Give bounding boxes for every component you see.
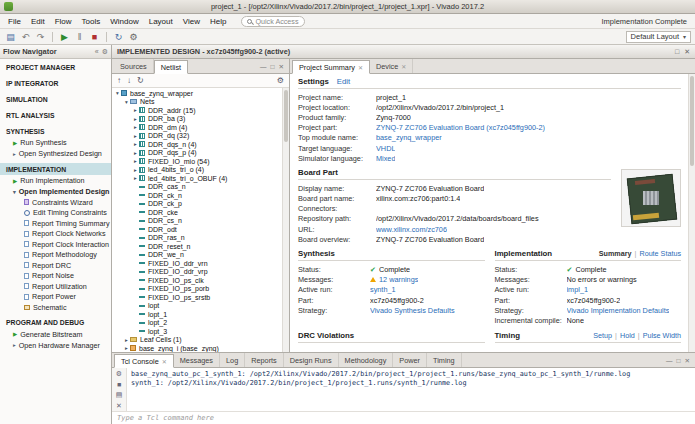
flownav-simulation[interactable]: SIMULATION — [0, 93, 111, 105]
tab-reports[interactable]: Reports — [245, 353, 284, 367]
expand-icon[interactable]: ▸ — [132, 150, 139, 156]
tree-lopt[interactable]: lopt — [112, 302, 282, 311]
field-value[interactable]: Vivado Implementation Defaults — [567, 306, 670, 315]
menu-view[interactable]: View — [178, 17, 205, 26]
expand-icon[interactable]: ▸ — [132, 124, 139, 130]
tree-leaf-cells-1[interactable]: ▸Leaf Cells (1) — [112, 336, 282, 345]
tab-device[interactable]: Device✕ — [370, 59, 413, 73]
flownav-ip-integrator[interactable]: IP INTEGRATOR — [0, 77, 111, 89]
tab-project-summary[interactable]: Project Summary✕ — [292, 60, 370, 74]
refresh-icon[interactable]: ↻ — [112, 30, 125, 43]
layout-dropdown[interactable]: Default Layout ▾ — [626, 31, 691, 43]
flownav-report-clock-interaction[interactable]: Report Clock Interaction — [0, 239, 111, 250]
tab-power[interactable]: Power — [393, 353, 427, 367]
tab-tcl-console[interactable]: Tcl Console✕ — [114, 354, 174, 368]
netlist-scrollbar[interactable] — [282, 88, 289, 352]
settings-edit-link[interactable]: Edit — [337, 77, 350, 86]
link-summary[interactable]: Summary — [599, 249, 632, 258]
quick-access-box[interactable]: Quick Access — [241, 16, 304, 27]
refresh-tree-icon[interactable]: ↻ — [137, 76, 144, 85]
scrollbar-thumb[interactable] — [284, 90, 288, 142]
tab-netlist[interactable]: Netlist — [154, 60, 188, 74]
field-value[interactable]: 12 warnings — [379, 275, 418, 284]
field-value[interactable]: VHDL — [376, 144, 395, 153]
tree-lopt-2[interactable]: lopt_2 — [112, 319, 282, 328]
expand-all-icon[interactable]: ↓ — [127, 76, 131, 85]
tab-close-icon[interactable]: ✕ — [401, 63, 406, 70]
console-settings-icon[interactable]: ⚙ — [116, 370, 122, 378]
console-output[interactable]: base_zynq_auto_pc_1_synth_1: /opt2/Xilin… — [127, 368, 695, 411]
tree-ddr-addr-15[interactable]: ▸DDR_addr (15) — [112, 106, 282, 115]
flownav-open-implemented-design[interactable]: ▾Open Implemented Design — [0, 186, 111, 197]
field-value[interactable]: base_zynq_wrapper — [376, 133, 442, 142]
expand-icon[interactable]: ▸ — [132, 175, 139, 181]
expand-icon[interactable]: ▸ — [132, 107, 139, 113]
tree-ddr-dm-4[interactable]: ▸DDR_dm (4) — [112, 123, 282, 132]
tab-log[interactable]: Log — [220, 353, 245, 367]
flownav-report-utilization[interactable]: Report Utilization — [0, 281, 111, 292]
tree-base-zynq-wrapper[interactable]: ▾base_zynq_wrapper — [112, 89, 282, 98]
expand-icon[interactable]: ▸ — [123, 337, 130, 343]
collapse-icon[interactable]: ▾ — [114, 90, 121, 96]
flownav-report-noise[interactable]: Report Noise — [0, 271, 111, 282]
tcl-input[interactable]: Type a Tcl command here — [112, 411, 695, 424]
flownav-report-power[interactable]: Report Power — [0, 292, 111, 303]
link-pulse-width[interactable]: Pulse Width — [643, 331, 681, 340]
field-value[interactable]: www.xilinx.com/zc706 — [376, 225, 447, 234]
flownav-schematic[interactable]: Schematic — [0, 302, 111, 313]
navigator-settings-icon[interactable]: ⚙ — [102, 48, 108, 56]
menu-window[interactable]: Window — [105, 17, 143, 26]
float-icon[interactable]: □ — [675, 48, 679, 56]
tab-design-runs[interactable]: Design Runs — [284, 353, 339, 367]
collapse-all-icon[interactable]: ↑ — [117, 76, 121, 85]
tree-fixed-io-ddr-vrn[interactable]: FIXED_IO_ddr_vrn — [112, 259, 282, 268]
save-icon[interactable]: ▤ — [4, 30, 17, 43]
settings-icon[interactable]: ⚙ — [127, 30, 140, 43]
flownav-report-drc[interactable]: Report DRC — [0, 260, 111, 271]
field-value[interactable]: synth_1 — [370, 285, 396, 294]
tree-fixed-io-ps-clk[interactable]: FIXED_IO_ps_clk — [112, 276, 282, 285]
flownav-constraints-wizard[interactable]: Constraints Wizard — [0, 197, 111, 208]
flownav-report-timing-summary[interactable]: Report Timing Summary — [0, 218, 111, 229]
console-stop-icon[interactable]: ■ — [117, 381, 121, 388]
menu-layout[interactable]: Layout — [144, 17, 178, 26]
console-clear-icon[interactable]: ✕ — [116, 402, 122, 410]
redo-icon[interactable]: ↷ — [34, 30, 47, 43]
tree-ddr-reset-n[interactable]: DDR_reset_n — [112, 242, 282, 251]
tree-ddr-ras-n[interactable]: DDR_ras_n — [112, 234, 282, 243]
tree-lopt-3[interactable]: lopt_3 — [112, 327, 282, 336]
tree-ddr-ba-3[interactable]: ▸DDR_ba (3) — [112, 115, 282, 124]
flownav-run-synthesis[interactable]: ▶Run Synthesis — [0, 137, 111, 148]
float-icon[interactable]: □ — [677, 357, 681, 364]
flownav-edit-timing-constraints[interactable]: Edit Timing Constraints — [0, 208, 111, 219]
close-icon[interactable]: ✕ — [685, 357, 690, 365]
flownav-open-hardware-manager[interactable]: ▸Open Hardware Manager — [0, 340, 111, 351]
close-icon[interactable]: ✕ — [684, 48, 690, 56]
collapse-navigator-icon[interactable]: « — [95, 48, 99, 56]
tree-ddr-dqs-p-4[interactable]: ▸DDR_dqs_p (4) — [112, 149, 282, 158]
tree-led-4bits-tri-o-4[interactable]: ▸led_4bits_tri_o (4) — [112, 166, 282, 175]
tab-messages[interactable]: Messages — [174, 353, 220, 367]
expand-icon[interactable]: ▸ — [132, 133, 139, 139]
expand-icon[interactable]: ▸ — [132, 116, 139, 122]
menu-tools[interactable]: Tools — [77, 17, 106, 26]
link-route-status[interactable]: Route Status — [639, 249, 681, 258]
tree-ddr-cke[interactable]: DDR_cke — [112, 208, 282, 217]
tree-ddr-cs-n[interactable]: DDR_cs_n — [112, 217, 282, 226]
flownav-synthesis[interactable]: SYNTHESIS — [0, 125, 111, 137]
tab-close-icon[interactable]: ✕ — [162, 358, 167, 365]
tree-base-zynq-i-base-zynq[interactable]: ▸base_zynq_i (base_zynq) — [112, 344, 282, 352]
field-value[interactable]: Vivado Synthesis Defaults — [370, 306, 455, 315]
flownav-implementation[interactable]: IMPLEMENTATION — [0, 163, 111, 175]
console-copy-icon[interactable]: ▤ — [116, 391, 123, 399]
field-value[interactable]: Mixed — [376, 154, 395, 163]
flownav-project-manager[interactable]: PROJECT MANAGER — [0, 61, 111, 73]
tab-methodology[interactable]: Methodology — [339, 353, 394, 367]
undo-icon[interactable]: ↶ — [19, 30, 32, 43]
tree-settings-gear-icon[interactable]: ⚙ — [277, 76, 284, 85]
flownav-generate-bitstream[interactable]: ▶Generate Bitstream — [0, 329, 111, 340]
tree-fixed-io-ps-porb[interactable]: FIXED_IO_ps_porb — [112, 285, 282, 294]
tree-fixed-io-ddr-vrp[interactable]: FIXED_IO_ddr_vrp — [112, 268, 282, 277]
minimize-icon[interactable]: — — [666, 357, 673, 364]
tree-ddr-we-n[interactable]: DDR_we_n — [112, 251, 282, 260]
